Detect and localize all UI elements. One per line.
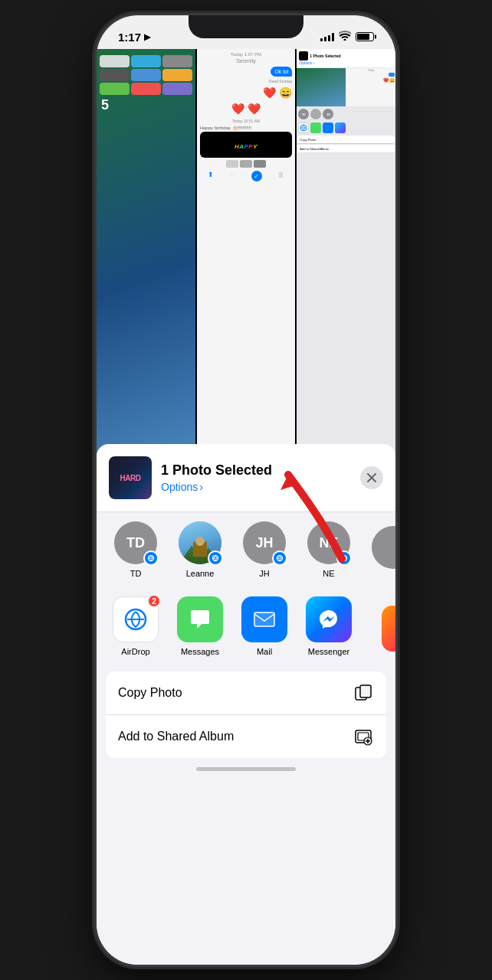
options-link[interactable]: Options ›: [161, 481, 354, 493]
wifi-icon: [339, 31, 351, 43]
contact-name-jh: JH: [259, 569, 269, 578]
messenger-icon: [306, 596, 352, 642]
photo-thumbnail: HARD: [109, 456, 152, 499]
shared-album-icon: [353, 726, 374, 747]
contact-initials-td: TD: [126, 535, 145, 551]
status-icons: [320, 31, 374, 43]
thumbnail-text: HARD: [120, 474, 141, 482]
svg-rect-14: [254, 612, 274, 626]
share-sheet: HARD 1 Photo Selected Options ›: [97, 444, 395, 965]
contact-avatar-td: TD: [114, 521, 157, 564]
share-header: HARD 1 Photo Selected Options ›: [97, 444, 395, 512]
status-time: 1:17 ▶: [118, 31, 150, 44]
extra-app-icon: [382, 606, 395, 652]
header-info: 1 Photo Selected Options ›: [161, 462, 354, 493]
shared-album-row[interactable]: Add to Shared Album: [106, 715, 386, 758]
messenger-label: Messenger: [308, 647, 349, 656]
airdrop-icon: 2: [113, 596, 159, 642]
time-display: 1:17: [118, 31, 141, 44]
airdrop-badge-ne: [336, 550, 352, 566]
app-extra[interactable]: [366, 606, 395, 656]
airdrop-badge-jh: [272, 550, 287, 566]
phone-screen: 1:17 ▶: [97, 15, 395, 965]
app-messenger[interactable]: Messenger: [302, 596, 356, 656]
signal-bar-1: [320, 38, 323, 41]
contact-name-ne: NE: [323, 569, 334, 578]
copy-photo-label: Copy Photo: [118, 686, 182, 700]
contacts-row: TD TD: [97, 512, 395, 587]
apps-row: 2 AirDrop Messages: [97, 587, 395, 665]
airdrop-label: AirDrop: [121, 647, 149, 656]
contact-initials-ne: NE: [319, 535, 338, 551]
contact-avatar-extra: [372, 526, 395, 569]
contact-avatar-jh: JH: [243, 521, 286, 564]
battery-fill: [357, 34, 369, 40]
close-button[interactable]: [360, 466, 383, 489]
thumbnail-inner: HARD: [109, 456, 152, 499]
contact-td[interactable]: TD TD: [109, 521, 162, 578]
signal-bar-4: [332, 33, 334, 41]
signal-bar-3: [328, 35, 330, 41]
contact-leanne[interactable]: Leanne: [173, 521, 227, 578]
mail-label: Mail: [257, 647, 272, 656]
battery-icon: [356, 32, 374, 41]
photo-count: 1 Photo Selected: [161, 462, 354, 479]
options-chevron: ›: [199, 481, 203, 493]
svg-rect-17: [360, 685, 371, 697]
contact-extra[interactable]: [366, 526, 395, 573]
contact-avatar-ne: NE: [307, 521, 350, 564]
phone-frame: 1:17 ▶: [97, 15, 395, 965]
airdrop-badge-inner-jh: [274, 552, 286, 564]
photo-cell-3: 1 Photo Selected Options › Today Ok lol …: [297, 49, 395, 508]
app-messages[interactable]: Messages: [173, 596, 227, 656]
home-indicator: [196, 767, 296, 771]
airdrop-badge-leanne: [208, 550, 223, 566]
options-label: Options: [161, 481, 198, 493]
airdrop-badge-td: [143, 550, 159, 566]
contact-jh[interactable]: JH JH: [238, 521, 291, 578]
copy-photo-row[interactable]: Copy Photo: [106, 671, 386, 715]
app-airdrop[interactable]: 2 AirDrop: [109, 596, 162, 656]
contact-ne[interactable]: NE NE: [302, 521, 356, 578]
app-mail[interactable]: Mail: [238, 596, 291, 656]
airdrop-badge: 2: [147, 594, 161, 608]
copy-photo-icon: [353, 682, 374, 704]
notch: [189, 15, 303, 38]
contact-avatar-leanne: [179, 521, 221, 564]
contact-initials-jh: JH: [255, 535, 273, 551]
messages-label: Messages: [181, 647, 219, 656]
signal-bar-2: [324, 37, 326, 41]
airdrop-badge-inner-ne: [338, 552, 350, 564]
action-section: Copy Photo Add to Shared Album: [106, 671, 386, 758]
signal-bars-icon: [320, 33, 334, 41]
contact-name-leanne: Leanne: [186, 569, 215, 578]
photos-background: 5 Today 1:07 PM Serenity Ok lol Read Sun…: [97, 49, 395, 508]
contact-name-td: TD: [130, 569, 142, 578]
mail-icon: [241, 596, 287, 642]
photo-cell-2: Today 1:07 PM Serenity Ok lol Read Sunda…: [197, 49, 296, 508]
photo-cell-1: 5: [97, 49, 195, 508]
home-indicator-area: [97, 758, 395, 776]
messages-icon: [177, 596, 223, 642]
location-icon: ▶: [144, 32, 150, 42]
airdrop-badge-inner-leanne: [209, 552, 221, 564]
shared-album-label: Add to Shared Album: [118, 730, 234, 743]
airdrop-badge-inner-td: [145, 552, 157, 564]
action-section-wrapper: Copy Photo Add to Shared Album: [97, 671, 395, 758]
